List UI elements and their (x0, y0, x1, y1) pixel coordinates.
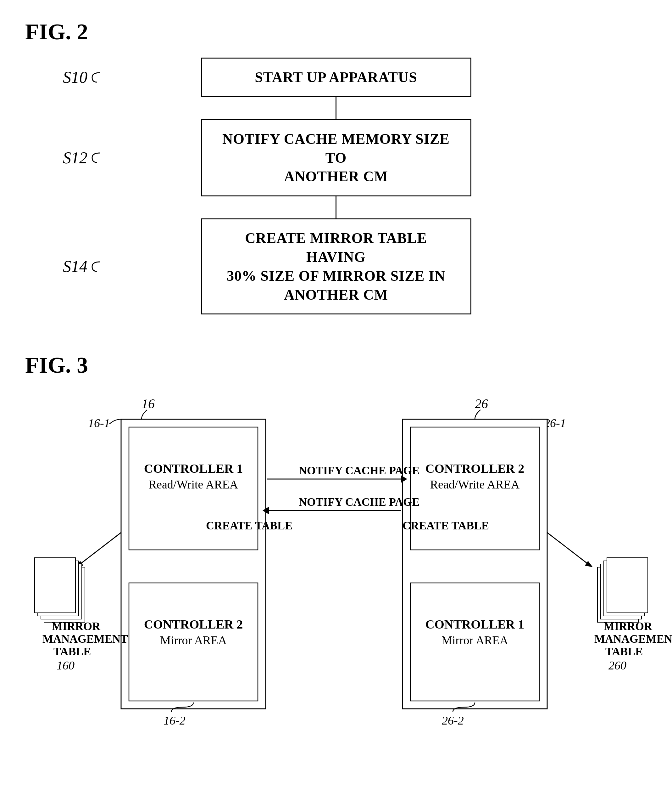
step-s14-line2: 30% SIZE OF MIRROR SIZE IN (227, 268, 445, 284)
svg-text:NOTIFY CACHE PAGE: NOTIFY CACHE PAGE (299, 464, 419, 477)
step-s14-line1: CREATE MIRROR TABLE HAVING (245, 230, 427, 265)
step-s12-line1: NOTIFY CACHE MEMORY SIZE TO (222, 131, 450, 166)
svg-text:26: 26 (475, 397, 488, 411)
connector-1 (336, 97, 336, 119)
svg-text:CONTROLLER 1: CONTROLLER 1 (144, 462, 243, 476)
s10-curve-icon (91, 71, 103, 84)
svg-text:16-2: 16-2 (164, 714, 185, 727)
s14-text: S14 (63, 257, 88, 276)
step-s14-line3: ANOTHER CM (284, 287, 388, 303)
s12-text: S12 (63, 149, 88, 167)
svg-line-27 (80, 533, 121, 564)
svg-text:CONTROLLER 1: CONTROLLER 1 (425, 617, 525, 631)
svg-text:MIRROR: MIRROR (604, 620, 652, 633)
svg-text:TABLE: TABLE (53, 645, 91, 658)
svg-text:160: 160 (56, 659, 74, 672)
svg-text:TABLE: TABLE (605, 645, 643, 658)
step-s10-text: START UP APPARATUS (255, 69, 417, 85)
step-s10: S10 START UP APPARATUS (25, 58, 647, 97)
step-s12: S12 NOTIFY CACHE MEMORY SIZE TO ANOTHER … (25, 119, 647, 196)
step-s10-label: S10 (63, 68, 103, 86)
connector-2 (336, 196, 336, 218)
fig2-flowchart: S10 START UP APPARATUS S12 NOTIFY CACHE … (25, 58, 647, 314)
step-s14: S14 CREATE MIRROR TABLE HAVING 30% SIZE … (25, 218, 647, 314)
step-s10-box: START UP APPARATUS (201, 58, 472, 97)
step-s12-label: S12 (63, 149, 103, 167)
svg-text:CREATE TABLE: CREATE TABLE (402, 519, 489, 532)
svg-line-30 (547, 533, 588, 564)
svg-text:16-1: 16-1 (88, 417, 110, 430)
svg-text:16: 16 (142, 397, 155, 411)
fig2-section: FIG. 2 S10 START UP APPARATUS S12 (25, 19, 647, 314)
svg-text:26-2: 26-2 (442, 714, 464, 727)
svg-text:MIRROR: MIRROR (52, 620, 101, 633)
fig3-diagram: 16 16-1 CONTROLLER 1 Read/Write AREA CON… (25, 391, 622, 800)
step-s12-box: NOTIFY CACHE MEMORY SIZE TO ANOTHER CM (201, 119, 472, 196)
svg-text:260: 260 (609, 659, 626, 672)
svg-marker-31 (585, 561, 593, 567)
svg-text:CONTROLLER 2: CONTROLLER 2 (425, 462, 525, 476)
s10-text: S10 (63, 68, 88, 86)
step-s14-box: CREATE MIRROR TABLE HAVING 30% SIZE OF M… (201, 218, 472, 314)
svg-text:MANAGEMENT: MANAGEMENT (43, 633, 128, 645)
fig3-svg: 16 16-1 CONTROLLER 1 Read/Write AREA CON… (25, 391, 622, 800)
fig3-title: FIG. 3 (25, 352, 647, 378)
svg-text:Read/Write AREA: Read/Write AREA (430, 478, 520, 491)
svg-rect-43 (607, 558, 648, 613)
svg-rect-35 (35, 558, 76, 613)
s14-curve-icon (91, 260, 103, 273)
fig2-title: FIG. 2 (25, 19, 647, 45)
svg-text:Mirror AREA: Mirror AREA (442, 634, 508, 647)
svg-text:NOTIFY CACHE PAGE: NOTIFY CACHE PAGE (299, 496, 419, 508)
svg-text:Read/Write AREA: Read/Write AREA (149, 478, 238, 491)
svg-text:MANAGEMENT: MANAGEMENT (594, 633, 672, 645)
step-s12-line2: ANOTHER CM (284, 168, 388, 184)
svg-text:CREATE TABLE: CREATE TABLE (206, 519, 293, 532)
fig3-section: FIG. 3 16 16-1 CONTROLLER 1 Read/Write A… (25, 352, 647, 800)
svg-text:CONTROLLER 2: CONTROLLER 2 (144, 617, 243, 631)
svg-text:Mirror AREA: Mirror AREA (160, 634, 227, 647)
s12-curve-icon (91, 151, 103, 164)
step-s14-label: S14 (63, 257, 103, 276)
